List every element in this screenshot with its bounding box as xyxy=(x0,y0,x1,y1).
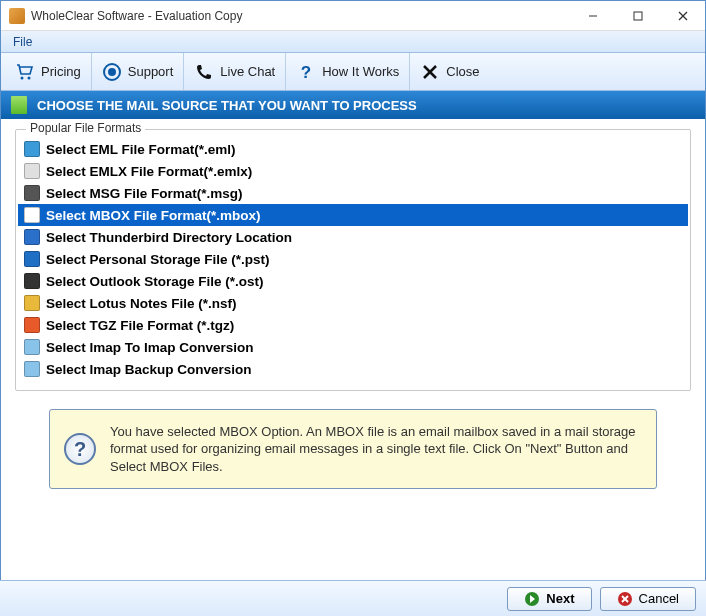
format-label: Select Thunderbird Directory Location xyxy=(46,230,292,245)
format-label: Select Outlook Storage File (*.ost) xyxy=(46,274,264,289)
menu-file[interactable]: File xyxy=(7,33,38,51)
file-type-icon xyxy=(24,273,40,289)
banner: CHOOSE THE MAIL SOURCE THAT YOU WANT TO … xyxy=(1,91,705,119)
file-type-icon xyxy=(24,207,40,223)
file-type-icon xyxy=(24,339,40,355)
question-icon: ? xyxy=(296,62,316,82)
svg-point-7 xyxy=(108,68,116,76)
next-button[interactable]: Next xyxy=(507,587,591,611)
info-text: You have selected MBOX Option. An MBOX f… xyxy=(110,423,642,476)
window-controls xyxy=(570,1,705,30)
maximize-button[interactable] xyxy=(615,1,660,30)
group-legend: Popular File Formats xyxy=(26,121,145,135)
format-option[interactable]: Select Thunderbird Directory Location xyxy=(18,226,688,248)
close-label: Close xyxy=(446,64,479,79)
svg-point-4 xyxy=(21,76,24,79)
arrow-right-icon xyxy=(524,591,540,607)
cart-icon xyxy=(15,62,35,82)
svg-text:?: ? xyxy=(301,63,311,81)
format-label: Select Imap Backup Conversion xyxy=(46,362,252,377)
file-type-icon xyxy=(24,295,40,311)
format-option[interactable]: Select Imap To Imap Conversion xyxy=(18,336,688,358)
file-type-icon xyxy=(24,163,40,179)
window-title: WholeClear Software - Evaluation Copy xyxy=(31,9,570,23)
minimize-button[interactable] xyxy=(570,1,615,30)
format-label: Select Lotus Notes File (*.nsf) xyxy=(46,296,237,311)
app-icon xyxy=(9,8,25,24)
format-option[interactable]: Select Imap Backup Conversion xyxy=(18,358,688,380)
support-label: Support xyxy=(128,64,174,79)
pricing-label: Pricing xyxy=(41,64,81,79)
file-type-icon xyxy=(24,229,40,245)
formats-group: Popular File Formats Select EML File For… xyxy=(15,129,691,391)
howitworks-button[interactable]: ? How It Works xyxy=(286,53,410,90)
format-option[interactable]: Select EML File Format(*.eml) xyxy=(18,138,688,160)
format-label: Select Personal Storage File (*.pst) xyxy=(46,252,270,267)
svg-point-5 xyxy=(28,76,31,79)
close-window-button[interactable] xyxy=(660,1,705,30)
info-panel: ? You have selected MBOX Option. An MBOX… xyxy=(49,409,657,489)
format-label: Select EMLX File Format(*.emlx) xyxy=(46,164,252,179)
pricing-button[interactable]: Pricing xyxy=(5,53,92,90)
format-option[interactable]: Select MBOX File Format(*.mbox) xyxy=(18,204,688,226)
file-type-icon xyxy=(24,317,40,333)
livechat-button[interactable]: Live Chat xyxy=(184,53,286,90)
cancel-label: Cancel xyxy=(639,591,679,606)
file-type-icon xyxy=(24,361,40,377)
format-option[interactable]: Select Personal Storage File (*.pst) xyxy=(18,248,688,270)
format-list: Select EML File Format(*.eml)Select EMLX… xyxy=(18,138,688,380)
cancel-button[interactable]: Cancel xyxy=(600,587,696,611)
format-label: Select EML File Format(*.eml) xyxy=(46,142,236,157)
file-type-icon xyxy=(24,185,40,201)
format-option[interactable]: Select EMLX File Format(*.emlx) xyxy=(18,160,688,182)
file-type-icon xyxy=(24,251,40,267)
format-label: Select MSG File Format(*.msg) xyxy=(46,186,243,201)
document-icon xyxy=(11,96,27,114)
file-type-icon xyxy=(24,141,40,157)
info-icon: ? xyxy=(64,433,96,465)
phone-icon xyxy=(194,62,214,82)
headset-icon xyxy=(102,62,122,82)
toolbar: Pricing Support Live Chat ? How It Works… xyxy=(1,53,705,91)
format-option[interactable]: Select Lotus Notes File (*.nsf) xyxy=(18,292,688,314)
howitworks-label: How It Works xyxy=(322,64,399,79)
cancel-icon xyxy=(617,591,633,607)
svg-rect-1 xyxy=(634,12,642,20)
footer: Next Cancel xyxy=(0,580,706,616)
banner-text: CHOOSE THE MAIL SOURCE THAT YOU WANT TO … xyxy=(37,98,417,113)
livechat-label: Live Chat xyxy=(220,64,275,79)
menubar: File xyxy=(1,31,705,53)
format-option[interactable]: Select MSG File Format(*.msg) xyxy=(18,182,688,204)
format-option[interactable]: Select Outlook Storage File (*.ost) xyxy=(18,270,688,292)
titlebar: WholeClear Software - Evaluation Copy xyxy=(1,1,705,31)
support-button[interactable]: Support xyxy=(92,53,185,90)
format-label: Select TGZ File Format (*.tgz) xyxy=(46,318,234,333)
format-label: Select MBOX File Format(*.mbox) xyxy=(46,208,261,223)
x-icon xyxy=(420,62,440,82)
content-area: Popular File Formats Select EML File For… xyxy=(1,119,705,395)
next-label: Next xyxy=(546,591,574,606)
format-option[interactable]: Select TGZ File Format (*.tgz) xyxy=(18,314,688,336)
format-label: Select Imap To Imap Conversion xyxy=(46,340,254,355)
close-button[interactable]: Close xyxy=(410,53,489,90)
